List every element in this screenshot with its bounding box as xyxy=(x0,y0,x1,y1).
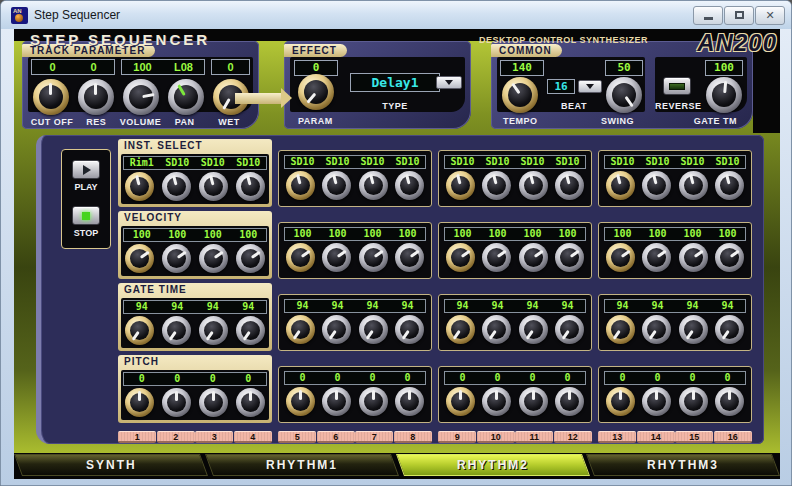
step-knob[interactable] xyxy=(482,387,511,416)
effect-type-dropdown-button[interactable] xyxy=(436,76,462,89)
step-knob[interactable] xyxy=(395,387,424,416)
step-button-7[interactable]: 7 xyxy=(355,431,393,443)
step-knob[interactable] xyxy=(199,388,228,417)
step-button-4[interactable]: 4 xyxy=(234,431,272,443)
step-button-3[interactable]: 3 xyxy=(195,431,233,443)
step-button-1[interactable]: 1 xyxy=(118,431,156,443)
tab-synth[interactable]: SYNTH xyxy=(14,454,208,476)
step-knob[interactable] xyxy=(395,171,424,200)
step-button-11[interactable]: 11 xyxy=(515,431,553,443)
step-button-13[interactable]: 13 xyxy=(598,431,636,443)
step-knob[interactable] xyxy=(642,387,671,416)
tab-rhythm1[interactable]: RHYTHM1 xyxy=(205,454,399,476)
minimize-button[interactable] xyxy=(693,6,723,25)
step-button-2[interactable]: 2 xyxy=(157,431,195,443)
step-knob[interactable] xyxy=(286,315,315,344)
step-button-10[interactable]: 10 xyxy=(477,431,515,443)
step-knob[interactable] xyxy=(519,171,548,200)
step-knob[interactable] xyxy=(322,171,351,200)
pan-knob[interactable] xyxy=(168,79,204,115)
step-knob[interactable] xyxy=(606,315,635,344)
step-knob[interactable] xyxy=(642,315,671,344)
step-knob[interactable] xyxy=(679,243,708,272)
step-button-16[interactable]: 16 xyxy=(714,431,752,443)
step-knob[interactable] xyxy=(715,387,744,416)
step-knob[interactable] xyxy=(482,315,511,344)
step-knob[interactable] xyxy=(125,172,154,201)
maximize-button[interactable] xyxy=(724,6,754,25)
step-knob[interactable] xyxy=(162,244,191,273)
tab-rhythm2[interactable]: RHYTHM2 xyxy=(395,454,589,476)
step-knob[interactable] xyxy=(162,388,191,417)
step-knob[interactable] xyxy=(642,171,671,200)
title-bar[interactable]: AN Step Sequencer ✕ xyxy=(1,1,791,29)
step-knob[interactable] xyxy=(395,315,424,344)
step-knob[interactable] xyxy=(286,171,315,200)
step-knob[interactable] xyxy=(679,315,708,344)
tempo-knob[interactable] xyxy=(502,77,538,113)
step-knob[interactable] xyxy=(359,315,388,344)
step-knob[interactable] xyxy=(555,315,584,344)
step-knob[interactable] xyxy=(606,387,635,416)
effect-param-knob[interactable] xyxy=(298,74,334,110)
step-knob[interactable] xyxy=(286,387,315,416)
close-button[interactable]: ✕ xyxy=(755,6,785,25)
step-knob[interactable] xyxy=(679,171,708,200)
reverse-button[interactable] xyxy=(663,77,691,95)
step-button-12[interactable]: 12 xyxy=(554,431,592,443)
step-knob[interactable] xyxy=(482,171,511,200)
step-button-6[interactable]: 6 xyxy=(317,431,355,443)
step-knob[interactable] xyxy=(446,387,475,416)
step-button-14[interactable]: 14 xyxy=(637,431,675,443)
step-knob[interactable] xyxy=(359,171,388,200)
step-knob[interactable] xyxy=(715,315,744,344)
step-knob[interactable] xyxy=(519,243,548,272)
step-knob[interactable] xyxy=(446,171,475,200)
res-knob[interactable] xyxy=(78,79,114,115)
step-knob[interactable] xyxy=(199,316,228,345)
step-knob[interactable] xyxy=(322,315,351,344)
step-knob[interactable] xyxy=(162,172,191,201)
tab-rhythm3[interactable]: RHYTHM3 xyxy=(586,454,780,476)
volume-knob[interactable] xyxy=(123,79,159,115)
step-button-15[interactable]: 15 xyxy=(675,431,713,443)
swing-knob[interactable] xyxy=(606,77,642,113)
step-knob[interactable] xyxy=(395,243,424,272)
cutoff-knob[interactable] xyxy=(33,79,69,115)
play-button[interactable] xyxy=(72,160,100,179)
step-knob[interactable] xyxy=(236,244,265,273)
step-knob[interactable] xyxy=(555,243,584,272)
step-knob[interactable] xyxy=(199,244,228,273)
step-button-9[interactable]: 9 xyxy=(438,431,476,443)
step-knob[interactable] xyxy=(125,388,154,417)
step-knob[interactable] xyxy=(125,244,154,273)
step-knob[interactable] xyxy=(679,387,708,416)
step-knob[interactable] xyxy=(715,243,744,272)
step-knob[interactable] xyxy=(555,387,584,416)
step-knob[interactable] xyxy=(199,172,228,201)
step-knob[interactable] xyxy=(555,171,584,200)
step-knob[interactable] xyxy=(606,243,635,272)
beat-dropdown-button[interactable] xyxy=(578,80,602,93)
step-knob[interactable] xyxy=(519,387,548,416)
step-knob[interactable] xyxy=(322,243,351,272)
step-knob[interactable] xyxy=(606,171,635,200)
step-knob[interactable] xyxy=(322,387,351,416)
step-knob[interactable] xyxy=(236,388,265,417)
step-button-8[interactable]: 8 xyxy=(394,431,432,443)
step-knob[interactable] xyxy=(359,243,388,272)
step-knob[interactable] xyxy=(236,172,265,201)
gate-tm-knob[interactable] xyxy=(706,77,742,113)
step-knob[interactable] xyxy=(125,316,154,345)
step-knob[interactable] xyxy=(446,243,475,272)
step-knob[interactable] xyxy=(642,243,671,272)
step-knob[interactable] xyxy=(715,171,744,200)
stop-button[interactable] xyxy=(72,206,100,225)
step-knob[interactable] xyxy=(162,316,191,345)
step-knob[interactable] xyxy=(236,316,265,345)
step-knob[interactable] xyxy=(359,387,388,416)
step-knob[interactable] xyxy=(286,243,315,272)
step-knob[interactable] xyxy=(446,315,475,344)
step-knob[interactable] xyxy=(519,315,548,344)
step-button-5[interactable]: 5 xyxy=(278,431,316,443)
